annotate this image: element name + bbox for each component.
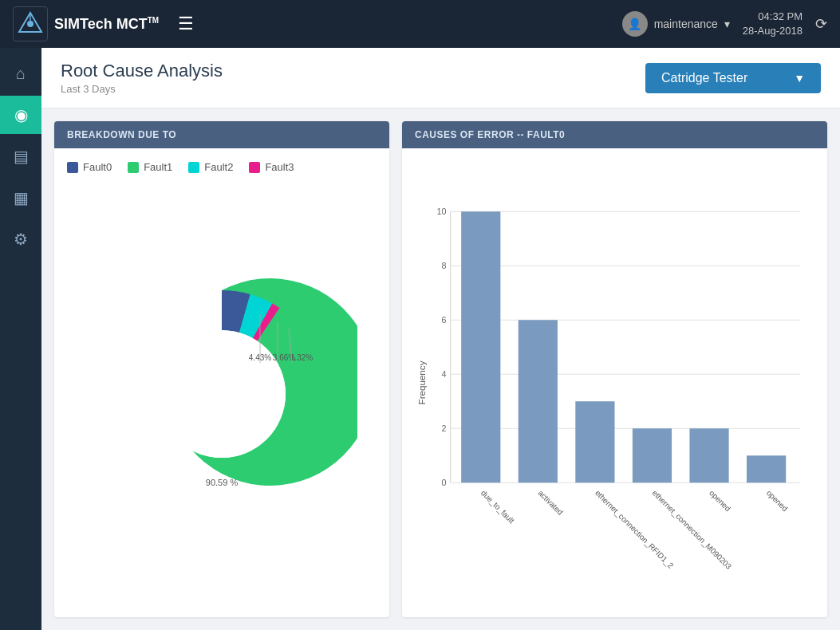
donut-hole-circle — [158, 330, 286, 458]
x-label-2: activated — [536, 488, 565, 517]
bar-opened-1[interactable] — [689, 428, 728, 482]
user-name: maintenance — [654, 18, 718, 30]
bar-rfid[interactable] — [575, 401, 614, 482]
x-label-6: opened — [765, 488, 790, 513]
legend-fault1: Fault1 — [128, 161, 172, 173]
y-tick-10: 10 — [436, 207, 446, 216]
sidebar-item-root-cause[interactable]: ◉ — [0, 96, 41, 134]
app-header: SIMTech MCTTM ☰ 👤 maintenance ▾ 04:32 PM… — [0, 0, 840, 48]
sidebar: ⌂ ◉ ▤ ▦ ⚙ — [0, 48, 41, 630]
legend-fault0: Fault0 — [67, 161, 112, 173]
content-area: Root Cause Analysis Last 3 Days Catridge… — [41, 48, 840, 630]
device-selector-button[interactable]: Catridge Tester ▼ — [645, 63, 821, 93]
breakdown-panel-header: BREAKDOWN DUE TO — [54, 121, 389, 148]
y-tick-6: 6 — [441, 315, 446, 325]
fault1-swatch — [128, 162, 139, 173]
fault0-swatch — [67, 162, 78, 173]
fault1-label: Fault1 — [144, 161, 172, 173]
bar-due-to-fault[interactable] — [461, 211, 500, 482]
date-display: 28-Aug-2018 — [743, 24, 803, 38]
page-title: Root Cause Analysis — [61, 61, 223, 81]
user-menu[interactable]: 👤 maintenance ▾ — [622, 11, 730, 37]
page-title-area: Root Cause Analysis Last 3 Days — [61, 61, 223, 95]
page-header: Root Cause Analysis Last 3 Days Catridge… — [41, 48, 840, 108]
charts-icon: ▦ — [14, 188, 29, 207]
selector-arrow-icon: ▼ — [794, 72, 805, 85]
reports-icon: ▤ — [14, 147, 29, 166]
donut-chart: 4.43% 3.66% 1.32% 90.59 % — [86, 258, 357, 530]
y-tick-4: 4 — [441, 369, 446, 379]
header-left: SIMTech MCTTM ☰ — [13, 6, 200, 41]
time-display: 04:32 PM — [743, 10, 803, 24]
sidebar-item-charts[interactable]: ▦ — [0, 179, 41, 217]
sidebar-item-home[interactable]: ⌂ — [0, 54, 41, 93]
x-label-1: due_to_fault — [479, 488, 516, 525]
legend-fault2: Fault2 — [188, 161, 233, 173]
logo-area: SIMTech MCTTM — [13, 6, 159, 41]
bar-opened-2[interactable] — [747, 455, 786, 482]
fault1-percent-label: 90.59 % — [206, 478, 239, 487]
sidebar-item-settings[interactable]: ⚙ — [0, 220, 41, 258]
datetime-display: 04:32 PM 28-Aug-2018 — [743, 10, 803, 38]
causes-panel-header: CAUSES OF ERROR -- FAULT0 — [402, 121, 827, 148]
causes-panel: CAUSES OF ERROR -- FAULT0 Frequency — [402, 121, 827, 617]
y-tick-8: 8 — [441, 261, 446, 270]
y-tick-0: 0 — [441, 478, 446, 487]
header-right: 👤 maintenance ▾ 04:32 PM 28-Aug-2018 ⟳ — [622, 10, 827, 38]
breakdown-legend: Fault0 Fault1 Fault2 Fault3 — [67, 161, 377, 173]
fault3-percent-label: 1.32% — [290, 353, 313, 362]
legend-fault3: Fault3 — [249, 161, 294, 173]
donut-chart-container: 4.43% 3.66% 1.32% 90.59 % — [67, 183, 377, 604]
y-tick-2: 2 — [441, 423, 446, 433]
user-avatar: 👤 — [622, 11, 648, 37]
hamburger-button[interactable]: ☰ — [172, 10, 200, 37]
page-subtitle: Last 3 Days — [61, 83, 223, 95]
logo-icon — [13, 6, 48, 41]
y-axis-label: Frequency — [416, 360, 427, 404]
main-layout: ⌂ ◉ ▤ ▦ ⚙ Root Cause Analysis Last 3 Day… — [0, 48, 840, 630]
bar-m090203[interactable] — [633, 428, 672, 482]
settings-icon: ⚙ — [14, 230, 28, 249]
sidebar-item-reports[interactable]: ▤ — [0, 137, 41, 175]
bar-chart: Frequency 0 2 4 — [415, 161, 814, 604]
home-icon: ⌂ — [16, 65, 26, 83]
refresh-button[interactable]: ⟳ — [815, 15, 827, 33]
user-dropdown-icon: ▾ — [724, 18, 730, 30]
fault2-swatch — [188, 162, 199, 173]
app-name: SIMTech MCTTM — [54, 16, 159, 33]
causes-panel-body: Frequency 0 2 4 — [402, 148, 827, 617]
fault0-label: Fault0 — [83, 161, 112, 173]
breakdown-panel: BREAKDOWN DUE TO Fault0 Fault1 — [54, 121, 389, 617]
charts-area: BREAKDOWN DUE TO Fault0 Fault1 — [41, 108, 840, 630]
fault3-swatch — [249, 162, 260, 173]
breakdown-panel-body: Fault0 Fault1 Fault2 Fault3 — [54, 148, 389, 617]
bar-activated[interactable] — [519, 320, 558, 482]
root-cause-icon: ◉ — [14, 105, 28, 124]
x-label-5: opened — [708, 488, 732, 513]
svg-point-1 — [27, 21, 34, 27]
fault3-label: Fault3 — [265, 161, 294, 173]
selector-label: Catridge Tester — [661, 71, 747, 85]
fault2-label: Fault2 — [204, 161, 233, 173]
